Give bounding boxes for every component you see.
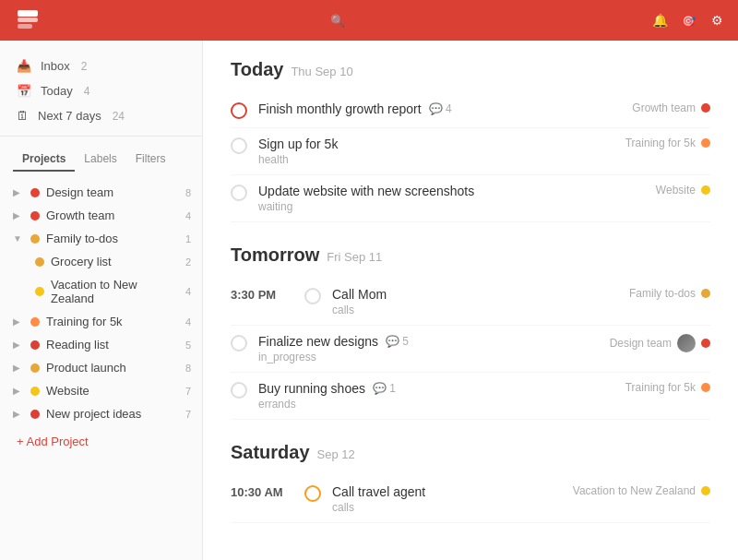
task-name: Call Mom <box>332 287 618 302</box>
next-icon: 🗓 <box>17 109 29 123</box>
project-item-family-todos[interactable]: ▼Family to-dos1 <box>0 227 202 250</box>
task-checkbox[interactable] <box>304 288 321 304</box>
comment-badge: 💬 1 <box>373 382 396 395</box>
project-item-growth-team[interactable]: ▶Growth team4 <box>0 204 202 227</box>
task-checkbox[interactable] <box>231 335 247 351</box>
search-bar[interactable]: 🔍 <box>330 14 351 28</box>
main-content: TodayThu Sep 10 Finish monthly growth re… <box>203 41 738 560</box>
project-item-vacation-nz[interactable]: Vacation to New Zealand4 <box>0 273 202 310</box>
project-dot <box>30 363 40 373</box>
project-count: 4 <box>185 210 191 221</box>
gear-icon[interactable]: ⚙ <box>711 13 723 28</box>
day-date: Thu Sep 10 <box>291 65 352 78</box>
project-count: 4 <box>185 286 191 297</box>
task-meta: Training for 5k <box>625 137 710 149</box>
task-checkbox[interactable] <box>304 485 321 502</box>
project-label: Family to-dos <box>629 287 696 300</box>
task-name: Finish monthly growth report 💬 4 <box>258 101 621 116</box>
user-avatar <box>677 334 696 352</box>
task-checkbox[interactable] <box>231 382 247 399</box>
project-label: Design team <box>610 337 672 350</box>
nav-count: 24 <box>113 110 125 123</box>
section-today: TodayThu Sep 10 Finish monthly growth re… <box>231 59 710 222</box>
day-title: Today <box>231 59 283 80</box>
project-item-new-project-ideas[interactable]: ▶New project ideas7 <box>0 402 202 425</box>
svg-rect-0 <box>18 10 38 17</box>
expand-arrow: ▶ <box>13 210 24 220</box>
topbar: 🔍 🔔 🎯 ⚙ <box>0 0 738 41</box>
project-dot <box>30 188 40 197</box>
project-item-design-team[interactable]: ▶Design team8 <box>0 181 202 204</box>
task-checkbox[interactable] <box>231 185 247 201</box>
task-checkbox[interactable] <box>231 102 247 119</box>
task-checkbox[interactable] <box>231 137 247 154</box>
day-date: Sep 12 <box>317 447 355 461</box>
project-color-dot <box>701 138 710 148</box>
project-color-dot <box>701 486 710 495</box>
nav-label: Inbox <box>41 59 70 73</box>
task-body: Finalize new designs 💬 5 in_progress <box>258 334 599 363</box>
project-dot <box>35 287 44 296</box>
project-item-reading-list[interactable]: ▶Reading list5 <box>0 333 202 356</box>
add-project-button[interactable]: + Add Project <box>0 427 202 456</box>
project-dot <box>30 211 40 220</box>
task-sub: health <box>258 153 614 166</box>
project-label: Growth team <box>632 101 696 114</box>
task-meta: Training for 5k <box>625 381 710 394</box>
project-dot <box>30 317 40 327</box>
nav-label: Next 7 days <box>38 109 101 123</box>
task-sub: calls <box>332 304 618 316</box>
karma-icon: 🎯 <box>681 14 696 28</box>
task-t1: Finish monthly growth report 💬 4 Growth … <box>231 93 710 128</box>
expand-arrow: ▶ <box>13 316 24 327</box>
task-body: Call travel agent calls <box>332 484 562 514</box>
topbar-actions: 🔔 🎯 ⚙ <box>639 13 723 28</box>
task-sub: errands <box>258 398 614 411</box>
task-sub: waiting <box>258 200 645 213</box>
day-header: TomorrowFri Sep 11 <box>231 244 710 266</box>
day-title: Tomorrow <box>231 244 319 266</box>
tab-projects[interactable]: Projects <box>13 148 75 172</box>
project-item-product-launch[interactable]: ▶Product launch8 <box>0 356 202 379</box>
sidebar-tabs: ProjectsLabelsFilters <box>0 144 202 179</box>
sidebar-nav-today[interactable]: 📅Today4 <box>0 78 202 103</box>
task-body: Update website with new screenshots wait… <box>258 184 645 213</box>
project-count: 7 <box>185 409 191 420</box>
project-name: Website <box>46 384 179 398</box>
tab-labels[interactable]: Labels <box>75 148 125 172</box>
sidebar-nav-inbox[interactable]: 📥Inbox2 <box>0 54 202 78</box>
project-name: New project ideas <box>46 407 179 421</box>
project-count: 7 <box>185 386 191 397</box>
today-icon: 📅 <box>17 84 31 98</box>
expand-arrow: ▼ <box>13 233 24 244</box>
project-item-grocery-list[interactable]: Grocery list2 <box>0 250 202 273</box>
expand-arrow: ▶ <box>13 363 24 373</box>
task-name: Update website with new screenshots <box>258 184 645 198</box>
day-header: TodayThu Sep 10 <box>231 59 710 80</box>
karma-badge[interactable]: 🎯 <box>681 14 698 28</box>
project-color-dot <box>701 339 710 348</box>
project-count: 1 <box>185 233 191 244</box>
comment-badge: 💬 5 <box>386 335 409 348</box>
nav-count: 2 <box>81 60 88 73</box>
task-body: Finish monthly growth report 💬 4 <box>258 101 621 116</box>
comment-badge: 💬 4 <box>429 102 452 115</box>
task-t6: Buy running shoes 💬 1 errands Training f… <box>231 373 710 420</box>
sidebar-nav-next7[interactable]: 🗓Next 7 days24 <box>0 103 202 128</box>
project-color-dot <box>701 103 710 113</box>
app-logo[interactable] <box>15 7 41 33</box>
tab-filters[interactable]: Filters <box>126 148 175 172</box>
project-item-training-5k[interactable]: ▶Training for 5k4 <box>0 310 202 333</box>
nav-label: Today <box>41 84 73 98</box>
project-name: Reading list <box>46 338 179 351</box>
day-title: Saturday <box>231 442 310 463</box>
project-count: 5 <box>185 340 191 351</box>
task-meta: Design team <box>610 334 710 352</box>
bell-icon[interactable]: 🔔 <box>652 13 668 28</box>
project-item-website[interactable]: ▶Website7 <box>0 379 202 402</box>
project-count: 8 <box>185 363 191 374</box>
projects-section: ▶Design team8▶Growth team4▼Family to-dos… <box>0 179 202 427</box>
task-meta: Family to-dos <box>629 287 710 300</box>
task-sub: calls <box>332 501 562 514</box>
project-name: Training for 5k <box>46 315 179 328</box>
